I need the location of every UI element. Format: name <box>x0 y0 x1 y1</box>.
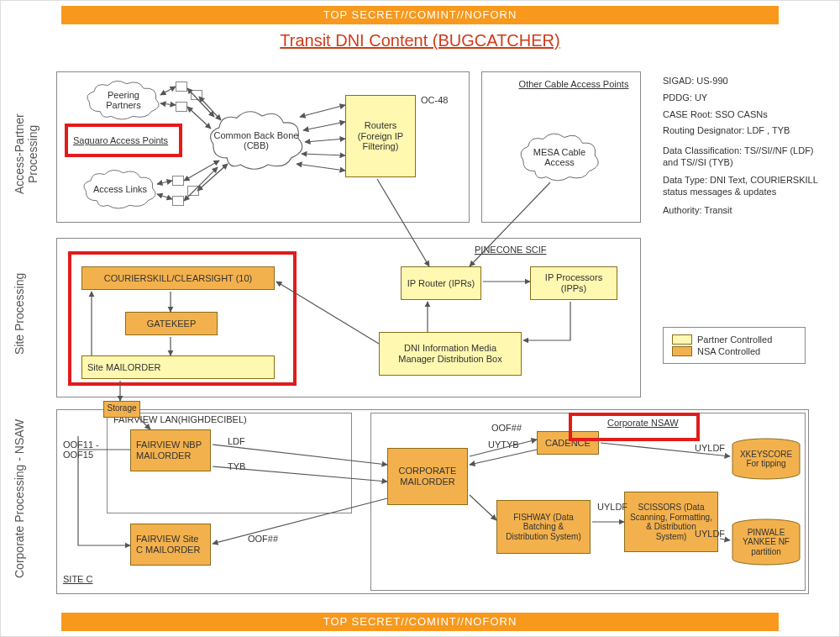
node-site-mailorder: Site MAILORDER <box>81 355 275 379</box>
section-label-access: Access-Partner Processing <box>13 87 39 221</box>
node-courierskill: COURIERSKILL/CLEARSIGHT (10) <box>81 266 275 290</box>
cloud-cbb: Common Back Bone (CBB) <box>207 110 305 171</box>
db-xkeyscore: XKEYSCORE For tipping <box>730 438 802 480</box>
node-fairview-nbp: FAIRVIEW NBP MAILORDER <box>130 429 211 471</box>
oof-range-label: OOF11 -OOF15 <box>63 440 103 460</box>
legend-swatch-partner <box>672 334 692 345</box>
meta-classification: Data Classification: TS//SI//NF (LDF) an… <box>663 145 819 169</box>
node-ip-processors: IP Processors (IPPs) <box>530 266 617 300</box>
tap-box <box>172 196 184 206</box>
edge-oof1: OOF## <box>248 534 278 544</box>
cloud-mesa: MESA Cable Access <box>518 132 601 182</box>
node-gatekeep: GATEKEEP <box>125 312 218 335</box>
site-c-label: SITE C <box>63 574 92 584</box>
diagram-title: Transit DNI Content (BUGCATCHER) <box>1 31 839 50</box>
meta-sigad: SIGAD: US-990 <box>663 73 819 90</box>
saguaro-label: Saguaro Access Points <box>73 135 176 145</box>
edge-uyldf2: UYLDF <box>695 443 725 453</box>
node-routers: Routers (Foreign IP Filtering) <box>345 95 416 177</box>
tap-box <box>187 186 199 196</box>
node-fairview-sitec: FAIRVIEW Site C MAILORDER <box>130 524 211 566</box>
node-scissors: SCISSORS (Data Scanning, Formatting, & D… <box>624 492 718 552</box>
edge-tyb: TYB <box>228 461 245 471</box>
edge-ldf: LDF <box>228 436 245 446</box>
node-cadence: CADENCE <box>537 431 599 455</box>
node-storage: Storage <box>103 401 140 418</box>
meta-routing: Routing Designator: LDF , TYB <box>663 123 819 140</box>
oc48-label: OC-48 <box>421 95 448 105</box>
node-corporate-mailorder: CORPORATE MAILORDER <box>387 448 468 505</box>
pinecone-label: PINECONE SCIF <box>475 245 547 255</box>
cloud-peering: Peering Partners <box>85 80 162 120</box>
node-dni-box: DNI Information Media Manager Distributi… <box>379 332 522 376</box>
edge-oof2: OOF## <box>491 423 522 433</box>
other-cable-label: Other Cable Access Points <box>516 79 632 89</box>
section-label-site: Site Processing <box>13 255 26 372</box>
legend-partner: Partner Controlled <box>697 334 772 345</box>
metadata-block: SIGAD: US-990 PDDG: UY CASE Root: SSO CA… <box>663 73 819 219</box>
tap-box <box>176 102 187 112</box>
node-fishway: FISHWAY (Data Batching & Distribution Sy… <box>496 500 591 554</box>
tap-box <box>176 82 187 92</box>
edge-uyldf3: UYLDF <box>695 529 725 539</box>
meta-datatype: Data Type: DNI Text, COURIERSKILL status… <box>663 174 819 198</box>
legend-swatch-nsa <box>672 346 692 356</box>
db-pinwale: PINWALE YANKEE NF partition <box>730 519 802 566</box>
edge-uytyb: UYTYB <box>488 440 519 450</box>
classification-banner-bottom: TOP SECRET//COMINT//NOFORN <box>61 613 779 631</box>
meta-pddg: PDDG: UY <box>663 90 819 107</box>
section-label-corp: Corporate Processing - NSAW <box>13 414 26 582</box>
diagram-canvas: Access-Partner Processing Site Processin… <box>16 61 824 606</box>
legend-nsa: NSA Controlled <box>697 346 760 356</box>
meta-case-root: CASE Root: SSO CASNs <box>663 107 819 124</box>
tap-box <box>172 176 184 186</box>
cloud-access-links: Access Links <box>81 169 159 209</box>
legend: Partner Controlled NSA Controlled <box>663 327 806 364</box>
classification-banner-top: TOP SECRET//COMINT//NOFORN <box>61 6 779 24</box>
edge-uyldf1: UYLDF <box>597 502 627 512</box>
meta-authority: Authority: Transit <box>663 203 819 219</box>
tap-box <box>191 90 202 100</box>
corporate-nsaw-label: Corporate NSAW <box>607 418 679 428</box>
node-ip-router: IP Router (IPRs) <box>401 266 481 300</box>
